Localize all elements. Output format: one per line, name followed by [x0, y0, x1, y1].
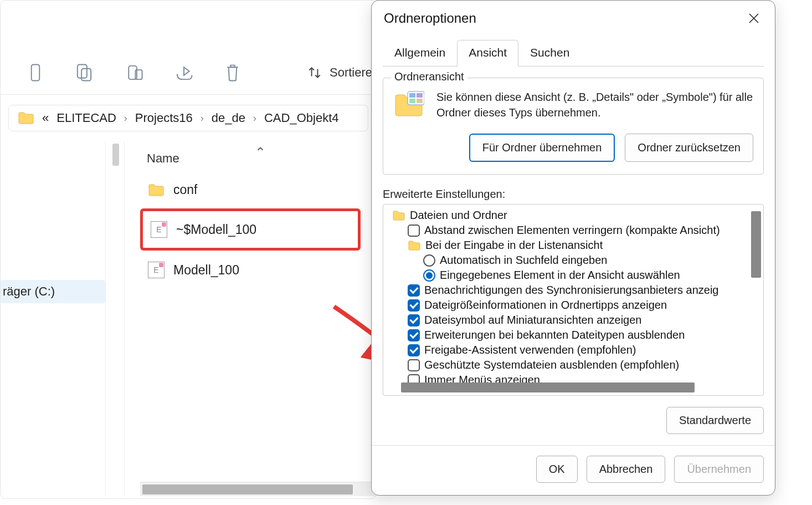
tree-item-thumb-icon[interactable]: Dateisymbol auf Miniaturansichten anzeig… — [389, 313, 761, 328]
sort-icon — [307, 65, 322, 80]
folder-icon — [392, 210, 405, 221]
checkbox-icon[interactable] — [408, 284, 420, 297]
breadcrumb-prefix: « — [42, 111, 49, 125]
tree-group-files-folders: Dateien und Ordner — [389, 208, 761, 223]
tree-label: Freigabe-Assistent verwenden (empfohlen) — [424, 344, 636, 356]
tree-label: Eingegebenes Element in der Ansicht ausw… — [440, 269, 680, 282]
tree-item-share-wizard[interactable]: Freigabe-Assistent verwenden (empfohlen) — [389, 343, 761, 358]
dialog-button-bar: OK Abbrechen Übernehmen — [372, 445, 775, 495]
tree-item-hidden-system[interactable]: Geschützte Systemdateien ausblenden (emp… — [389, 358, 761, 373]
sort-button[interactable]: Sortieren — [307, 65, 379, 80]
svg-rect-9 — [417, 99, 423, 103]
svg-rect-6 — [409, 93, 415, 98]
sidebar-item-drive-c[interactable]: räger (C:) — [1, 280, 105, 303]
group-description: Sie können diese Ansicht (z. B. „Details… — [436, 89, 753, 120]
file-list: Name ⌃ conf E ~$Modell_100 E Modell_100 — [125, 141, 376, 496]
svg-rect-8 — [409, 99, 415, 103]
tree-label: Dateisymbol auf Miniaturansichten anzeig… — [424, 314, 641, 327]
tree-label: Benachrichtigungen des Synchronisierungs… — [424, 284, 718, 297]
tab-view[interactable]: Ansicht — [457, 40, 518, 67]
checkbox-icon[interactable] — [408, 329, 420, 341]
svg-rect-1 — [78, 64, 87, 78]
file-name: conf — [173, 182, 197, 197]
cancel-button[interactable]: Abbrechen — [587, 456, 666, 483]
file-row-folder[interactable]: conf — [140, 176, 361, 204]
file-name: ~$Modell_100 — [176, 222, 256, 237]
radio-icon[interactable] — [423, 254, 435, 267]
chevron-right-icon: › — [124, 113, 127, 124]
apply-button[interactable]: Übernehmen — [674, 456, 764, 483]
checkbox-icon[interactable] — [408, 299, 420, 312]
file-name: Modell_100 — [173, 263, 239, 278]
file-list-hscroll[interactable] — [140, 482, 376, 496]
breadcrumb-seg-1[interactable]: Projects16 — [135, 111, 193, 125]
file-icon: E — [148, 262, 165, 278]
cut-icon[interactable] — [27, 62, 44, 84]
restore-defaults-button[interactable]: Standardwerte — [666, 407, 764, 434]
checkbox-icon[interactable] — [408, 344, 420, 356]
folder-icon — [148, 183, 165, 197]
breadcrumb-bar: « ELITECAD › Projects16 › de_de › CAD_Ob… — [1, 95, 376, 141]
folder-options-dialog: Ordneroptionen Allgemein Ansicht Suchen … — [371, 0, 775, 496]
tree-item-typing-select[interactable]: Eingegebenes Element in der Ansicht ausw… — [389, 268, 761, 283]
tree-vscroll[interactable] — [749, 206, 762, 376]
tree-group-typing: Bei der Eingabe in der Listenansicht — [389, 238, 761, 253]
breadcrumb-seg-3[interactable]: CAD_Objekt4 — [264, 111, 339, 125]
folder-icon — [408, 240, 421, 251]
explorer-window: Sortieren « ELITECAD › Projects16 › de_d… — [0, 0, 377, 499]
breadcrumb-seg-0[interactable]: ELITECAD — [56, 111, 116, 125]
file-icon: E — [151, 221, 167, 238]
tree-label: Automatisch in Suchfeld eingeben — [440, 254, 607, 267]
group-title: Ordneransicht — [391, 70, 467, 83]
tree-label: Dateien und Ordner — [410, 209, 507, 222]
file-row-lockfile[interactable]: E ~$Modell_100 — [140, 208, 361, 251]
file-row-model[interactable]: E Modell_100 — [140, 255, 361, 285]
delete-icon[interactable] — [224, 62, 241, 84]
svg-rect-7 — [417, 93, 423, 98]
copy-icon[interactable] — [75, 62, 94, 84]
explorer-sidebar: räger (C:) — [1, 141, 106, 496]
reset-folders-button[interactable]: Ordner zurücksetzen — [625, 134, 753, 162]
checkbox-icon[interactable] — [408, 314, 420, 327]
column-header-label: Name — [147, 151, 179, 166]
checkbox-icon[interactable] — [408, 225, 420, 237]
dialog-titlebar: Ordneroptionen — [372, 1, 775, 34]
folder-icon — [18, 111, 34, 125]
advanced-settings-tree[interactable]: Dateien und Ordner Abstand zwischen Elem… — [383, 204, 764, 396]
folder-view-group: Ordneransicht Sie können diese Ansicht (… — [383, 78, 764, 175]
tab-strip: Allgemein Ansicht Suchen — [383, 39, 764, 67]
explorer-body: räger (C:) Name ⌃ conf E ~$Modell_100 E … — [1, 141, 376, 496]
sidebar-scrollbar[interactable] — [106, 141, 125, 496]
apply-to-folders-button[interactable]: Für Ordner übernehmen — [469, 134, 615, 162]
breadcrumb[interactable]: « ELITECAD › Projects16 › de_de › CAD_Ob… — [8, 105, 368, 131]
tree-item-hide-ext[interactable]: Erweiterungen bei bekannten Dateitypen a… — [389, 328, 761, 343]
explorer-toolbar: Sortieren — [1, 1, 376, 95]
tab-search[interactable]: Suchen — [518, 40, 581, 67]
tree-item-typing-search[interactable]: Automatisch in Suchfeld eingeben — [389, 253, 761, 268]
breadcrumb-seg-2[interactable]: de_de — [212, 111, 245, 125]
tree-hscroll[interactable] — [384, 381, 748, 394]
svg-rect-2 — [81, 68, 91, 80]
sort-caret-icon: ⌃ — [255, 145, 266, 160]
advanced-settings-label: Erweiterte Einstellungen: — [383, 188, 764, 201]
tree-label: Geschützte Systemdateien ausblenden (emp… — [424, 359, 679, 371]
tree-item-size-tips[interactable]: Dateigrößeinformationen in Ordnertipps a… — [389, 298, 761, 313]
close-button[interactable] — [744, 8, 764, 28]
paste-icon[interactable] — [125, 62, 143, 84]
share-icon[interactable] — [174, 62, 193, 84]
chevron-right-icon: › — [253, 113, 256, 124]
tree-item-sync-notif[interactable]: Benachrichtigungen des Synchronisierungs… — [389, 283, 761, 298]
checkbox-icon[interactable] — [408, 359, 420, 371]
tab-general[interactable]: Allgemein — [383, 40, 457, 67]
radio-icon[interactable] — [423, 269, 435, 282]
close-icon — [747, 12, 760, 25]
svg-rect-0 — [32, 64, 40, 80]
tree-label: Dateigrößeinformationen in Ordnertipps a… — [424, 299, 667, 312]
chevron-right-icon: › — [201, 113, 204, 124]
ok-button[interactable]: OK — [536, 456, 578, 483]
folder-view-icon — [393, 89, 424, 118]
dialog-title: Ordneroptionen — [384, 11, 476, 26]
tree-item-compact[interactable]: Abstand zwischen Elementen verringern (k… — [389, 223, 761, 238]
tree-label: Bei der Eingabe in der Listenansicht — [425, 239, 603, 252]
column-header-name[interactable]: Name ⌃ — [140, 148, 361, 176]
